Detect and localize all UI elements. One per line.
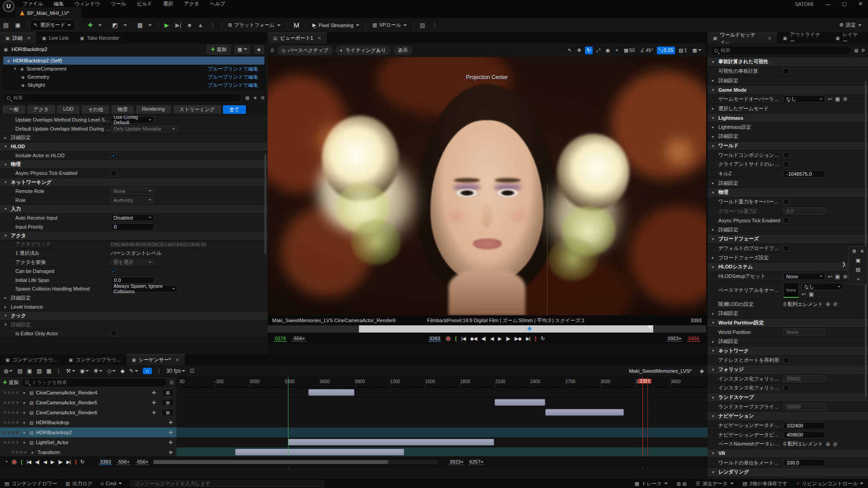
edit-blueprint-link[interactable]: ブループリントで編集 [208, 82, 258, 89]
component-tree-item[interactable]: ▾ ◈ SceneComponent ブループリントで編集 [3, 65, 264, 73]
add-icon[interactable]: ＋ [856, 276, 861, 282]
select-tool-icon[interactable]: ↖ [566, 47, 573, 54]
tab-2[interactable]: ▣レイヤー [830, 33, 868, 43]
category-row[interactable]: ▸詳細設定 [0, 133, 268, 142]
category-row[interactable]: ▾VR [708, 449, 868, 459]
plus_circle-icon[interactable]: ⊕ [826, 441, 830, 447]
filter-chip-ストリーミング[interactable]: ストリーミング [173, 105, 222, 114]
scrub-playhead[interactable] [647, 325, 653, 329]
track-add-icon[interactable]: ✚ [169, 440, 173, 446]
value-field[interactable]: 0 [111, 223, 154, 230]
clock-icon[interactable]: ◔ [5, 459, 8, 465]
next-frame-button[interactable]: |▶ [506, 336, 510, 342]
browse-content-icon[interactable]: ▣ [15, 22, 20, 28]
viewport-tab[interactable]: ▤ ビューポート1 ✕ [268, 33, 327, 43]
track-add-icon[interactable]: ✚ [152, 400, 156, 406]
add-component-button[interactable]: ✚ 追加 [207, 45, 231, 54]
to-front-button[interactable]: |◀ [461, 336, 465, 342]
maximize-button[interactable]: ▢ [842, 1, 846, 7]
snap-magnet-toggle[interactable]: ∩ [143, 368, 152, 374]
track-search-input[interactable]: トラックを検索 [21, 378, 167, 387]
track-state-icons[interactable] [4, 391, 19, 394]
track-state-icons[interactable] [4, 441, 19, 444]
menu-3[interactable]: ツール [111, 0, 126, 7]
m-logo-icon[interactable]: M [294, 21, 300, 29]
trash-icon[interactable]: ⊘ [833, 301, 838, 307]
menu-2[interactable]: ウィンドウ [75, 0, 100, 7]
edit-blueprint-link[interactable]: ブループリントで編集 [208, 74, 258, 80]
track-lane[interactable] [176, 447, 708, 457]
set-start-bracket-button[interactable]: [ [455, 336, 457, 341]
menu-0[interactable]: ファイル [23, 0, 43, 7]
lock-icon[interactable]: ◈ [254, 45, 264, 54]
asset-tab-blueprint[interactable]: BP_Maki_MHI_LV* [15, 8, 82, 18]
track-row-CineCameraActor_Render5[interactable]: ▸ ▧ CineCameraActor_Render5 ✚ ▧ [0, 398, 176, 408]
show-button[interactable]: 表示 [393, 46, 412, 55]
vp-role-dropdown[interactable]: ▥ VPロール [369, 20, 411, 30]
add-actor-dropdown[interactable]: ✚ [81, 20, 105, 30]
seq-to-end-button[interactable]: ▶| [66, 459, 71, 465]
track-add-icon[interactable]: ✚ [169, 420, 173, 426]
content-drawer-button[interactable]: ▤コンテンツドロワー [5, 480, 57, 487]
component-tree-item[interactable]: ◈ Skylight ブループリントで編集 [3, 81, 264, 89]
tab-1[interactable]: ▣Live Link [37, 33, 75, 43]
category-row[interactable]: ▾Lightmass [708, 113, 868, 123]
category-row[interactable]: ▾フォリッジ [708, 365, 868, 375]
playback-options-icon[interactable]: ❋ [94, 368, 103, 374]
playback-end-frame[interactable]: 3434 [687, 336, 700, 342]
dropdown[interactable]: None [783, 273, 825, 280]
menu-6[interactable]: アクタ [184, 0, 199, 7]
sequencer-ruler[interactable]: 00 -300 0000 0300 0600 0900 1200 1500 18… [176, 377, 708, 388]
value-field[interactable]: 25600 [783, 403, 825, 410]
track-row-CineCameraActor_Render6[interactable]: ▸ ▧ CineCameraActor_Render6 ✚ ▧ [0, 408, 176, 418]
prev-key-button[interactable]: ◆◀ [470, 336, 477, 342]
view-mode-button[interactable]: ◐ライティングあり [335, 46, 391, 55]
viewport-options-icon[interactable]: ☰ [270, 48, 274, 53]
blueprints-dropdown[interactable]: ◩ [105, 20, 130, 30]
scale-snap-toggle[interactable]: ⤡ 0.25 [657, 47, 675, 54]
insights-icons[interactable]: ◍ ◍ [677, 481, 687, 487]
seq-play-reverse-button[interactable]: ◀ [43, 459, 47, 465]
value-field[interactable]: 0.0 [783, 207, 825, 215]
world-dropdown-icon[interactable]: ◍ [4, 368, 13, 374]
revert-icon[interactable]: ↩ [828, 273, 832, 280]
category-row[interactable]: ▸詳細設定 [708, 309, 868, 319]
play-forward-button[interactable]: ▶ [498, 336, 501, 342]
track-state-icons[interactable] [12, 451, 27, 454]
track-add-icon[interactable]: ✚ [169, 430, 173, 436]
dropdown[interactable]: Use Config Default [111, 116, 154, 123]
keyframe-options-icon[interactable]: ◇ [107, 368, 116, 374]
track-add-icon[interactable]: ✚ [152, 390, 156, 396]
value-field[interactable]: 25600 [783, 375, 825, 382]
close-button[interactable]: ✕ [859, 1, 863, 7]
seq-range-a[interactable]: -556+ [116, 459, 131, 465]
asset-thumbnail[interactable]: None [783, 282, 799, 298]
gear-icon[interactable]: ⚙ [852, 249, 856, 254]
close-icon[interactable]: ✕ [175, 357, 179, 362]
world-search-input[interactable]: 検索 [710, 46, 852, 55]
checkbox[interactable] [783, 161, 789, 167]
move-tool-icon[interactable]: ✥ [576, 47, 583, 54]
component-tree-item[interactable]: ◈ HDRIBackdrop2 (Self) [3, 56, 264, 65]
track-row-Transform[interactable]: ▸ Transform ✚ [0, 447, 176, 457]
sequencer-clip[interactable] [235, 449, 404, 455]
track-state-icons[interactable] [4, 411, 19, 414]
checkbox[interactable]: ✓ [111, 153, 117, 159]
category-row[interactable]: ▾詳細設定 [0, 320, 268, 329]
camera-lock-toggle[interactable]: ▧ [162, 409, 174, 416]
unsaved-button[interactable]: ▤2個が未保存です [743, 480, 788, 487]
dropdown[interactable]: なし [783, 95, 825, 103]
auto-key-icon[interactable]: ◆ [120, 368, 124, 374]
checkbox[interactable] [783, 357, 789, 363]
display-filter-icon[interactable]: ▦ [245, 95, 250, 100]
playhead-line[interactable] [642, 377, 643, 468]
favorites-star-icon[interactable]: ★ [253, 95, 257, 100]
next-key-button[interactable]: ▶◆ [514, 336, 521, 342]
curve-editor-icon[interactable]: ⛋ [190, 368, 194, 374]
scrollbar-thumb[interactable] [153, 460, 388, 464]
plus_circle-icon[interactable]: ⊕ [843, 96, 847, 102]
sequencer-hscrollbar[interactable] [153, 460, 438, 464]
viewport-render-image[interactable]: Projection Center [268, 57, 706, 315]
category-row[interactable]: ▸詳細設定 [0, 294, 268, 303]
menu-7[interactable]: ヘルプ [210, 0, 225, 7]
